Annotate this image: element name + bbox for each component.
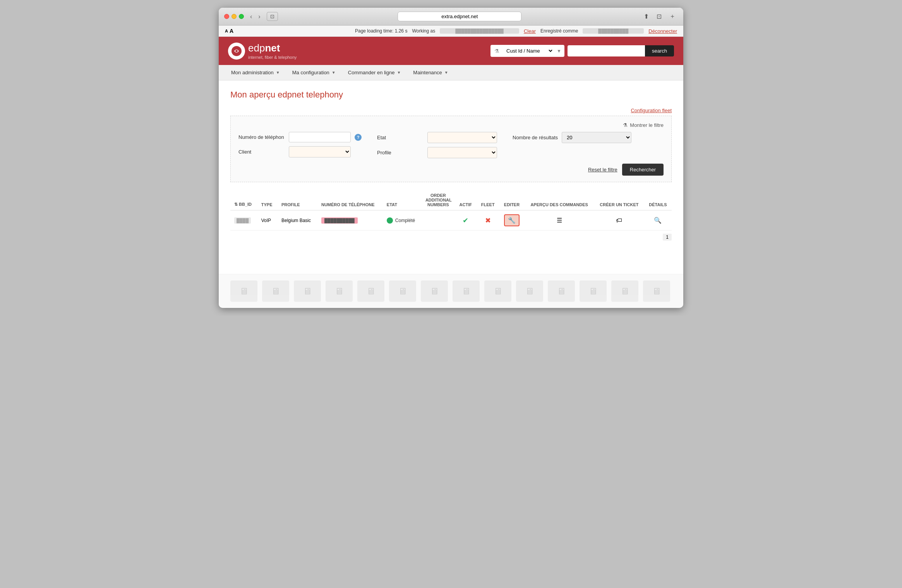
th-actif: ACTIF — [455, 190, 477, 210]
logo-icon — [228, 43, 245, 60]
deconnecter-button[interactable]: Déconnecter — [648, 28, 677, 34]
logo-name: edpnet — [248, 42, 297, 54]
cell-details: 🔍 — [644, 210, 672, 231]
etat-status: Complété — [387, 217, 418, 224]
top-bar-info: Page loading time: 1.26 s Working as ███… — [355, 28, 677, 34]
bot-image-10: 🖥 — [516, 280, 543, 302]
apercu-button[interactable]: ☰ — [556, 216, 563, 225]
working-as-value: ████████████████ — [440, 28, 519, 34]
client-select[interactable] — [289, 146, 351, 157]
bot-image-12: 🖥 — [580, 280, 607, 302]
page-loading-text: Page loading time: 1.26 s — [355, 28, 407, 34]
add-tab-button[interactable]: ＋ — [667, 12, 678, 21]
table-row: ████ VoIP Belgium Basic ██████████ — [230, 210, 672, 231]
bot-image-4: 🖥 — [326, 280, 353, 302]
url-input[interactable] — [398, 12, 521, 21]
font-large-button[interactable]: A — [230, 28, 233, 34]
back-button[interactable]: ‹ — [248, 12, 254, 21]
etat-sort-link[interactable]: ETAT — [387, 202, 397, 207]
enregistre-value: ██████████ — [583, 28, 644, 34]
help-icon[interactable]: ? — [355, 134, 362, 141]
ticket-button[interactable]: 🏷 — [615, 216, 623, 225]
bot-image-11: 🖥 — [548, 280, 575, 302]
reset-filter-link[interactable]: Reset le filtre — [588, 167, 617, 173]
ma-configuration-arrow-icon: ▼ — [332, 70, 336, 75]
admin-top-bar: A A Page loading time: 1.26 s Working as… — [219, 26, 683, 37]
etat-value: Complété — [395, 218, 415, 223]
configuration-fleet-link[interactable]: Configuration fleet — [631, 108, 672, 113]
table-header-row: ⇅ BB_ID TYPE PROFILE NUMÉRO DE TÉLÉPHONE… — [230, 190, 672, 210]
sidebar-item-commander[interactable]: Commander en ligne ▼ — [342, 65, 407, 80]
th-editer: EDITER — [499, 190, 525, 210]
filter-box: ⚗ Montrer le filtre Numéro de téléphon ?… — [230, 116, 672, 182]
address-bar — [282, 12, 638, 21]
maintenance-label: Maintenance — [413, 70, 442, 75]
bot-image-3: 🖥 — [294, 280, 321, 302]
th-details: DÉTAILS — [644, 190, 672, 210]
logo-text-area: edpnet internet, fiber & telephony — [248, 42, 297, 60]
actif-check-icon: ✔ — [463, 217, 468, 224]
minimize-button[interactable] — [232, 14, 237, 19]
filter-wrapper: ⚗ Cust Id / Name ▼ — [490, 45, 564, 57]
montrer-filtre-label: Montrer le filtre — [630, 122, 664, 128]
details-button[interactable]: 🔍 — [653, 216, 662, 225]
type-value: VoIP — [261, 218, 271, 223]
clear-button[interactable]: Clear — [524, 28, 536, 34]
profile-filter-group: Profile — [377, 147, 497, 158]
filter-funnel-icon: ⚗ — [623, 122, 628, 128]
cell-phone: ██████████ — [317, 210, 383, 231]
sidebar-item-ma-configuration[interactable]: Ma configuration ▼ — [286, 65, 342, 80]
montrer-filtre-area: ⚗ Montrer le filtre — [623, 122, 664, 128]
sidebar-item-maintenance[interactable]: Maintenance ▼ — [407, 65, 454, 80]
data-table: ⇅ BB_ID TYPE PROFILE NUMÉRO DE TÉLÉPHONE… — [230, 190, 672, 231]
cell-profile: Belgium Basic — [278, 210, 317, 231]
cell-actif: ✔ — [455, 210, 477, 231]
tel-input[interactable] — [289, 132, 351, 142]
sidebar-toggle-button[interactable]: ⊡ — [267, 12, 278, 21]
client-label: Client — [238, 149, 285, 155]
browser-nav: ‹ › — [248, 12, 263, 21]
site-header: edpnet internet, fiber & telephony ⚗ Cus… — [219, 37, 683, 65]
type-sort-link[interactable]: TYPE — [261, 202, 273, 207]
bot-image-7: 🖥 — [421, 280, 448, 302]
filter-select[interactable]: Cust Id / Name — [503, 45, 554, 57]
profile-sort-link[interactable]: PROFILE — [281, 202, 300, 207]
th-etat: ETAT — [383, 190, 422, 210]
th-type: TYPE — [257, 190, 278, 210]
nombre-select[interactable]: 20 50 100 — [562, 132, 631, 143]
working-as-label: Working as — [412, 28, 435, 34]
search-input[interactable] — [568, 45, 645, 56]
footer-bots: 🖥 🖥 🖥 🖥 🖥 🖥 🖥 🖥 🖥 🖥 🖥 🖥 🖥 🖥 — [219, 274, 683, 308]
nav-bar: Mon administration ▼ Ma configuration ▼ … — [219, 65, 683, 80]
status-green-dot — [387, 217, 393, 224]
bb-id-sort-link[interactable]: ⇅ BB_ID — [234, 202, 252, 207]
page-title: Mon aperçu edpnet telephony — [230, 90, 672, 100]
th-order-additional: ORDER ADDITIONAL NUMBERS — [422, 190, 455, 210]
filter-icon: ⚗ — [490, 45, 503, 57]
search-button[interactable]: search — [645, 45, 674, 56]
profile-select[interactable] — [427, 147, 497, 158]
th-profile: PROFILE — [278, 190, 317, 210]
cell-bb-id: ████ — [230, 210, 257, 231]
bot-image-5: 🖥 — [357, 280, 384, 302]
th-phone: NUMÉRO DE TÉLÉPHONE — [317, 190, 383, 210]
forward-button[interactable]: › — [256, 12, 262, 21]
close-button[interactable] — [224, 14, 229, 19]
share-button[interactable]: ⬆ — [641, 12, 651, 21]
filter-fields: Numéro de téléphon ? Client Etat — [238, 132, 664, 158]
bot-image-14: 🖥 — [643, 280, 670, 302]
new-tab-button[interactable]: ⊡ — [654, 12, 664, 21]
cell-order-additional — [422, 210, 455, 231]
nombre-filter-group: Nombre de résultats 20 50 100 — [513, 132, 631, 143]
edit-button[interactable]: 🔧 — [504, 214, 520, 226]
browser-window: ‹ › ⊡ ⬆ ⊡ ＋ A A Page loading time: 1.26 … — [219, 8, 683, 308]
maintenance-arrow-icon: ▼ — [444, 70, 448, 75]
rechercher-button[interactable]: Rechercher — [622, 164, 664, 176]
etat-select[interactable] — [427, 132, 497, 143]
sidebar-item-mon-administration[interactable]: Mon administration ▼ — [225, 65, 286, 80]
font-small-button[interactable]: A — [225, 28, 228, 34]
profile-value: Belgium Basic — [281, 218, 311, 223]
phone-sort-link[interactable]: NUMÉRO DE TÉLÉPHONE — [321, 202, 375, 207]
font-size-controls: A A — [225, 28, 233, 34]
maximize-button[interactable] — [239, 14, 244, 19]
